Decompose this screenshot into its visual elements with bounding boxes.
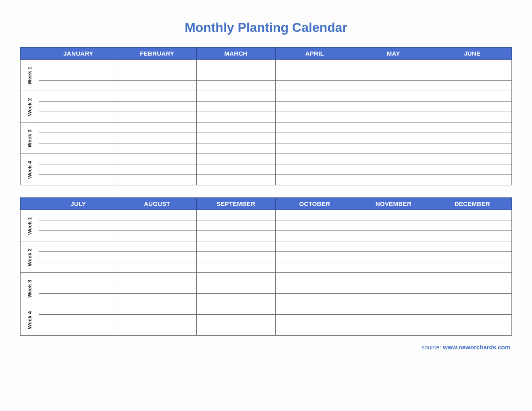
calendar-cell — [39, 154, 118, 164]
calendar-cell — [118, 283, 197, 294]
calendar-cell — [354, 175, 433, 185]
calendar-cell — [197, 220, 276, 231]
calendar-cell — [354, 143, 433, 154]
source-label: source: — [422, 344, 443, 351]
calendar-cell — [275, 175, 354, 185]
calendar-cell — [354, 304, 433, 315]
calendar-cell — [118, 70, 197, 81]
calendar-cell — [197, 325, 276, 336]
calendar-cell — [354, 112, 433, 122]
calendar-cell — [39, 231, 118, 241]
calendar-cell — [39, 273, 118, 283]
calendar-cell — [118, 262, 197, 273]
calendar-cell — [433, 81, 512, 91]
calendar-cell — [197, 241, 276, 252]
calendar-cell — [118, 81, 197, 91]
calendar-cell — [197, 122, 276, 133]
calendar-cell — [354, 70, 433, 81]
calendar-cell — [118, 143, 197, 154]
month-header: MAY — [354, 48, 433, 60]
calendar-cell — [275, 325, 354, 336]
calendar-cell — [118, 210, 197, 220]
source-line: source: www.neworchards.com — [20, 344, 512, 351]
calendar-cell — [275, 210, 354, 220]
calendar-cell — [433, 91, 512, 102]
calendar-cell — [197, 112, 276, 122]
week-label-cell: Week 4 — [21, 304, 39, 336]
header-corner — [21, 48, 39, 60]
calendar-cell — [433, 294, 512, 304]
calendar-cell — [118, 164, 197, 175]
calendar-cell — [118, 294, 197, 304]
week-label-cell: Week 2 — [21, 241, 39, 273]
calendar-cell — [354, 262, 433, 273]
page-title: Monthly Planting Calendar — [20, 20, 512, 35]
calendar-cell — [197, 102, 276, 112]
calendar-cell — [197, 252, 276, 262]
calendar-cell — [433, 241, 512, 252]
calendar-table-top: JANUARY FEBRUARY MARCH APRIL MAY JUNE We… — [20, 47, 512, 185]
calendar-cell — [354, 122, 433, 133]
calendar-cell — [275, 70, 354, 81]
calendar-cell — [118, 102, 197, 112]
week-label: Week 1 — [27, 66, 33, 85]
calendar-table-bottom: JULY AUGUST SEPTEMBER OCTOBER NOVEMBER D… — [20, 197, 512, 336]
calendar-cell — [197, 70, 276, 81]
calendar-cell — [39, 283, 118, 294]
calendar-cell — [354, 241, 433, 252]
calendar-cell — [39, 220, 118, 231]
calendar-cell — [354, 252, 433, 262]
week-label-cell: Week 2 — [21, 91, 39, 122]
calendar-cell — [354, 133, 433, 143]
month-header: NOVEMBER — [354, 198, 433, 210]
month-header: FEBRUARY — [118, 48, 197, 60]
calendar-cell — [197, 231, 276, 241]
calendar-cell — [275, 81, 354, 91]
calendar-cell — [275, 60, 354, 70]
calendar-cell — [197, 315, 276, 325]
calendar-cell — [118, 241, 197, 252]
calendar-cell — [354, 315, 433, 325]
week-label: Week 4 — [27, 161, 33, 179]
calendar-cell — [354, 60, 433, 70]
header-corner — [21, 198, 39, 210]
week-label: Week 1 — [27, 217, 33, 235]
calendar-cell — [39, 175, 118, 185]
calendar-cell — [39, 81, 118, 91]
calendar-cell — [118, 60, 197, 70]
calendar-cell — [197, 143, 276, 154]
calendar-cell — [354, 294, 433, 304]
calendar-cell — [433, 262, 512, 273]
calendar-cell — [197, 294, 276, 304]
month-header: JUNE — [433, 48, 512, 60]
calendar-cell — [275, 91, 354, 102]
calendar-cell — [118, 112, 197, 122]
calendar-cell — [275, 273, 354, 283]
calendar-cell — [275, 220, 354, 231]
calendar-cell — [39, 102, 118, 112]
calendar-cell — [39, 70, 118, 81]
calendar-cell — [275, 112, 354, 122]
calendar-cell — [275, 164, 354, 175]
calendar-cell — [118, 325, 197, 336]
calendar-cell — [39, 294, 118, 304]
calendar-cell — [39, 241, 118, 252]
calendar-cell — [433, 102, 512, 112]
calendar-cell — [39, 304, 118, 315]
month-header: AUGUST — [118, 198, 197, 210]
calendar-cell — [118, 304, 197, 315]
calendar-cell — [39, 164, 118, 175]
calendar-cell — [433, 231, 512, 241]
calendar-cell — [118, 315, 197, 325]
calendar-cell — [433, 273, 512, 283]
month-header: APRIL — [275, 48, 354, 60]
calendar-cell — [275, 315, 354, 325]
calendar-cell — [275, 122, 354, 133]
calendar-cell — [39, 315, 118, 325]
calendar-cell — [354, 231, 433, 241]
calendar-cell — [39, 210, 118, 220]
calendar-cell — [197, 154, 276, 164]
calendar-cell — [118, 231, 197, 241]
week-label-cell: Week 1 — [21, 60, 39, 91]
week-label: Week 3 — [27, 280, 33, 298]
